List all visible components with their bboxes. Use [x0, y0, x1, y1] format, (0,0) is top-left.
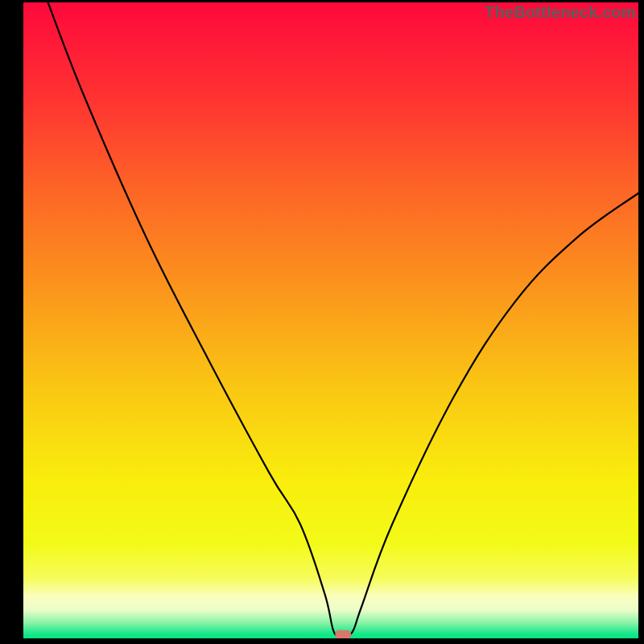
frame-left — [0, 0, 23, 644]
plot-background — [23, 2, 638, 638]
frame-right — [638, 0, 644, 644]
chart-stage: TheBottleneck.com — [0, 0, 644, 644]
bottleneck-chart — [0, 0, 644, 644]
min-marker — [335, 630, 351, 639]
frame-bottom — [0, 638, 644, 644]
frame-top — [0, 0, 644, 2]
watermark-text: TheBottleneck.com — [485, 3, 636, 22]
